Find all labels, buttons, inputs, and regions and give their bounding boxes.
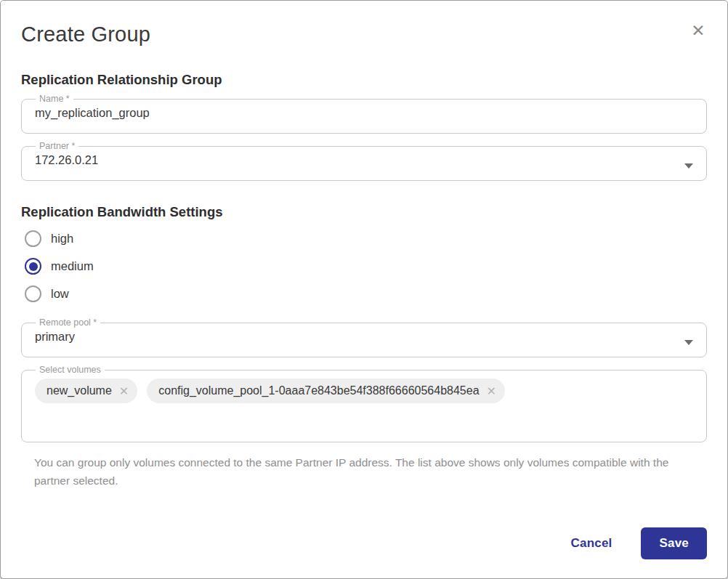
name-field-value[interactable]: my_replication_group <box>32 104 695 130</box>
select-volumes-field[interactable]: Select volumes new_volume ✕ config_volum… <box>21 365 707 442</box>
radio-low[interactable]: low <box>25 286 707 302</box>
section-heading-relationship: Replication Relationship Group <box>21 72 707 88</box>
radio-high[interactable]: high <box>25 230 707 247</box>
create-group-dialog: Create Group ✕ Replication Relationship … <box>0 0 728 579</box>
dialog-title: Create Group <box>21 23 707 46</box>
radio-icon[interactable] <box>25 258 41 275</box>
cancel-button[interactable]: Cancel <box>571 536 612 551</box>
name-field-label: Name * <box>36 94 73 104</box>
volumes-helper-text: You can group only volumes connected to … <box>34 453 674 490</box>
partner-select[interactable]: Partner * 172.26.0.21 <box>21 142 707 181</box>
partner-select-label: Partner * <box>36 142 78 151</box>
radio-low-label: low <box>51 287 69 301</box>
select-volumes-label: Select volumes <box>36 365 105 375</box>
chevron-down-icon[interactable] <box>684 163 693 169</box>
partner-select-value[interactable]: 172.26.0.21 <box>32 151 695 177</box>
close-icon[interactable]: ✕ <box>688 20 708 41</box>
radio-icon[interactable] <box>25 230 41 247</box>
save-button[interactable]: Save <box>641 527 707 559</box>
volume-chip[interactable]: new_volume ✕ <box>35 378 137 403</box>
selected-volume-chips: new_volume ✕ config_volume_pool_1-0aaa7e… <box>35 378 695 403</box>
radio-icon[interactable] <box>25 286 41 302</box>
volume-chip[interactable]: config_volume_pool_1-0aaa7e843be54f388f6… <box>147 378 505 403</box>
volume-chip-label: config_volume_pool_1-0aaa7e843be54f388f6… <box>158 384 479 397</box>
radio-high-label: high <box>51 232 73 246</box>
remote-pool-select[interactable]: Remote pool * primary <box>21 318 707 357</box>
volume-chip-label: new_volume <box>46 384 112 397</box>
bandwidth-radio-group: high medium low <box>25 230 707 302</box>
remote-pool-select-label: Remote pool * <box>36 318 100 328</box>
chevron-down-icon[interactable] <box>684 340 693 345</box>
remote-pool-select-value[interactable]: primary <box>32 328 695 354</box>
radio-medium[interactable]: medium <box>25 258 707 275</box>
radio-medium-label: medium <box>51 259 94 273</box>
section-heading-bandwidth: Replication Bandwidth Settings <box>21 204 707 220</box>
chip-remove-icon[interactable]: ✕ <box>487 384 496 398</box>
name-field[interactable]: Name * my_replication_group <box>21 94 707 134</box>
chip-remove-icon[interactable]: ✕ <box>119 384 129 398</box>
dialog-footer: Cancel Save <box>571 527 707 559</box>
